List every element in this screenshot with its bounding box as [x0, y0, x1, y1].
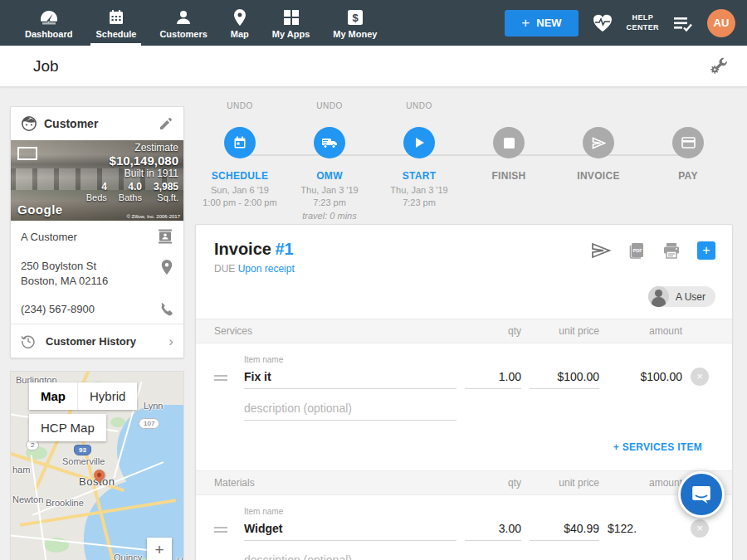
hcp-map-button[interactable]: HCP Map	[29, 414, 106, 441]
omw-step-button[interactable]	[314, 127, 345, 158]
truck-icon	[321, 136, 338, 149]
map-type-control: Map Hybrid	[29, 382, 137, 410]
timeline-step-label: SCHEDULE	[212, 170, 268, 182]
svg-text:$: $	[352, 12, 359, 24]
assignee-row: A User	[196, 280, 732, 319]
map-widget[interactable]: Burlington Lynn Somerville Boston ham Ne…	[10, 371, 184, 560]
customer-card-header: Customer	[11, 107, 183, 140]
drag-handle-icon[interactable]	[214, 527, 227, 533]
page-title: Job	[33, 57, 59, 75]
task-list-icon[interactable]	[672, 15, 694, 32]
new-button[interactable]: + NEW	[505, 10, 578, 37]
nav-tab-schedule[interactable]: Schedule	[84, 0, 148, 46]
nav-tab-map[interactable]: Map	[219, 0, 261, 46]
description-input[interactable]	[244, 551, 456, 560]
zillow-copyright: © Zillow, Inc. 2006-2017	[127, 214, 180, 219]
invoice-number[interactable]: #1	[275, 240, 293, 258]
invoice-header: Invoice #1 DUE Upon receipt PDF	[196, 225, 732, 280]
col-unit-price: unit price	[530, 325, 599, 337]
customers-icon	[174, 9, 193, 26]
due-terms-link[interactable]: Upon receipt	[238, 263, 295, 275]
invoice-toolbar: PDF +	[591, 241, 715, 260]
finish-step-button[interactable]	[493, 127, 525, 158]
delete-line-icon[interactable]: ×	[691, 519, 709, 538]
unit-price-input[interactable]	[530, 519, 599, 541]
drag-handle-icon[interactable]	[214, 375, 227, 381]
property-photo: Zestimate $10,149,080 Built in 1911 4 4.…	[11, 140, 183, 221]
pdf-icon[interactable]: PDF	[627, 241, 646, 260]
play-icon	[413, 136, 426, 149]
invoice-step-button[interactable]	[583, 127, 614, 158]
unit-price-input[interactable]	[530, 368, 599, 389]
customer-address: 250 Boylston St Boston, MA 02116	[21, 259, 160, 288]
undo-start-button[interactable]: UNDO	[406, 95, 432, 115]
description-input[interactable]	[244, 399, 456, 421]
map-place-label: Lynn	[144, 401, 163, 411]
item-name-label: Item name	[244, 355, 456, 364]
services-section-header: Services qty unit price amount	[196, 319, 732, 343]
add-invoice-button[interactable]: +	[697, 241, 715, 260]
map-place-label: Hi	[177, 556, 184, 560]
start-step-button[interactable]	[403, 127, 435, 158]
address-line2: Boston, MA 02116	[21, 274, 160, 289]
sqft-value: 3,985	[154, 181, 178, 192]
money-icon: $	[347, 9, 364, 26]
nav-tab-my-apps[interactable]: My Apps	[261, 0, 321, 46]
photo-frame-icon[interactable]	[17, 147, 37, 160]
add-services-item-link[interactable]: + SERVICES ITEM	[613, 441, 702, 453]
location-pin-icon[interactable]	[160, 259, 173, 275]
nav-tab-dashboard[interactable]: Dashboard	[13, 0, 84, 46]
main-nav-tabs: Dashboard Schedule Customers Map My Apps	[13, 0, 388, 46]
apps-grid-icon	[283, 9, 300, 26]
customer-name: A Customer	[21, 228, 157, 245]
help-center-line1: HELP	[627, 13, 659, 22]
qty-input[interactable]	[465, 519, 521, 541]
nav-tab-label: Customers	[159, 29, 207, 39]
health-heart-icon[interactable]	[592, 13, 613, 33]
col-unit-price: unit price	[530, 477, 599, 489]
nav-tab-my-money[interactable]: $ My Money	[321, 0, 388, 46]
phone-icon[interactable]	[159, 302, 173, 317]
col-qty: qty	[465, 325, 521, 337]
stop-icon	[504, 138, 515, 149]
undo-schedule-button[interactable]: UNDO	[227, 95, 252, 115]
customer-history-row[interactable]: Customer History ›	[11, 324, 183, 358]
item-name-input[interactable]	[244, 368, 456, 389]
map-type-map-button[interactable]: Map	[29, 382, 77, 410]
assignee-name: A User	[676, 291, 706, 303]
job-tools-icon[interactable]	[709, 56, 729, 76]
map-type-hybrid-button[interactable]: Hybrid	[77, 382, 137, 410]
main-column: UNDO SCHEDULE Sun, Jan 6 '19 1:00 pm - 2…	[195, 87, 733, 560]
zoom-in-button[interactable]: +	[147, 538, 172, 560]
face-icon	[21, 115, 37, 132]
edit-pencil-icon[interactable]	[159, 116, 173, 131]
contact-card-icon[interactable]	[157, 228, 173, 245]
timeline-step-label: FINISH	[491, 170, 525, 182]
user-avatar[interactable]: AU	[707, 9, 735, 37]
address-line1: 250 Boylston St	[21, 259, 160, 274]
assignee-chip[interactable]: A User	[648, 286, 715, 307]
pay-step-button[interactable]	[672, 127, 704, 158]
chat-launcher-button[interactable]	[678, 471, 725, 518]
timeline-step-invoice: INVOICE	[554, 95, 643, 224]
zestimate-value: $10,149,080	[86, 153, 178, 168]
due-label: DUE	[214, 263, 235, 275]
nav-tab-customers[interactable]: Customers	[148, 0, 218, 46]
new-button-label: NEW	[536, 17, 561, 29]
col-qty: qty	[465, 477, 521, 489]
timeline-step-label: START	[403, 170, 437, 182]
send-invoice-icon[interactable]	[591, 242, 611, 259]
delete-line-icon[interactable]: ×	[691, 368, 709, 386]
schedule-step-button[interactable]	[224, 127, 256, 158]
qty-input[interactable]	[465, 368, 521, 389]
help-center-link[interactable]: HELP CENTER	[627, 13, 659, 32]
print-icon[interactable]	[662, 242, 681, 259]
undo-omw-button[interactable]: UNDO	[316, 95, 342, 115]
svg-text:PDF: PDF	[633, 248, 643, 253]
materials-item-row: Item name $122. ×	[196, 495, 732, 560]
timeline-step-pay: PAY	[643, 95, 733, 224]
customer-phone-row: (234) 567-8900	[11, 295, 183, 324]
interstate-badge: 93	[74, 445, 91, 455]
item-name-input[interactable]	[244, 519, 456, 541]
plus-icon: +	[521, 15, 530, 32]
